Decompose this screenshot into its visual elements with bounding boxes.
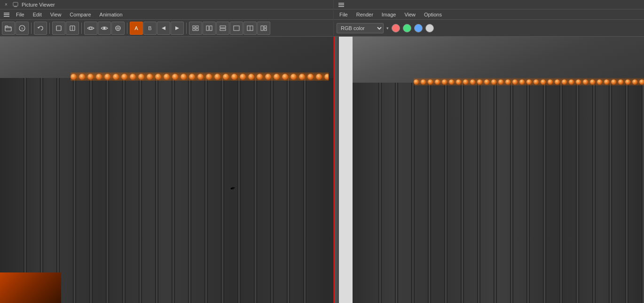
led-14	[181, 74, 187, 80]
hamburger-menu[interactable]	[2, 10, 11, 19]
led-26	[282, 74, 288, 80]
led-31	[324, 74, 329, 80]
svg-rect-22	[206, 26, 209, 31]
rgroove-9	[510, 83, 513, 303]
led-20	[231, 74, 237, 80]
svg-marker-16	[162, 26, 165, 30]
menu-animation[interactable]: Animation	[96, 11, 126, 18]
rgroove-2	[395, 83, 398, 303]
a-button[interactable]: A	[130, 22, 143, 35]
rgroove-13	[576, 83, 579, 303]
grid3-button[interactable]	[216, 22, 229, 35]
alpha-channel-button[interactable]	[425, 24, 434, 32]
close-button[interactable]: ×	[3, 1, 9, 8]
single-view-button[interactable]	[52, 22, 65, 35]
groove-1	[24, 78, 27, 303]
title-bar: × Picture Viewer	[0, 0, 333, 9]
svg-rect-20	[193, 29, 195, 31]
led-23	[257, 74, 263, 80]
svg-rect-18	[193, 26, 195, 28]
view-tools	[52, 22, 79, 35]
eye-button[interactable]	[84, 22, 97, 35]
rled-30	[618, 79, 623, 85]
led-19	[223, 74, 229, 80]
visibility-tools	[84, 22, 125, 35]
eye2-button[interactable]	[98, 22, 111, 35]
svg-rect-21	[196, 29, 198, 31]
rgroove-6	[461, 83, 464, 303]
svg-point-11	[90, 27, 92, 29]
next-button[interactable]	[171, 22, 184, 35]
svg-rect-5	[5, 27, 11, 31]
blue-channel-button[interactable]	[414, 24, 423, 32]
led-13	[172, 74, 178, 80]
rled-22	[562, 79, 567, 85]
rled-23	[569, 79, 574, 85]
grid6-button[interactable]	[257, 22, 270, 35]
red-divider-line	[334, 37, 335, 303]
rled-16	[519, 79, 525, 85]
right-image-area[interactable]	[334, 37, 644, 303]
rled-4	[435, 79, 440, 85]
right-toolbar: RGB color Red Green Blue Alpha ▾	[334, 20, 644, 37]
menu-edit[interactable]: Edit	[29, 11, 46, 18]
info-button[interactable]: ?	[16, 22, 29, 35]
right-menu-image[interactable]: Image	[378, 11, 400, 18]
rled-14	[505, 79, 510, 85]
svg-rect-32	[338, 3, 344, 4]
rled-12	[491, 79, 496, 85]
right-menu-render[interactable]: Render	[353, 11, 377, 18]
led-8	[130, 74, 136, 80]
menu-view[interactable]: View	[47, 11, 65, 18]
grid4-button[interactable]	[230, 22, 243, 35]
green-channel-button[interactable]	[403, 24, 411, 32]
right-menu-options[interactable]: Options	[420, 11, 446, 18]
groove-18	[303, 78, 306, 303]
rled-21	[555, 79, 560, 85]
red-channel-button[interactable]	[392, 24, 400, 32]
grid1-button[interactable]	[189, 22, 202, 35]
led-17	[206, 74, 212, 80]
groove-4	[73, 78, 76, 303]
rled-8	[463, 79, 468, 85]
menu-compare[interactable]: Compare	[66, 11, 94, 18]
groove-6	[106, 78, 109, 303]
groove-17	[287, 78, 290, 303]
grid5-button[interactable]	[243, 22, 257, 35]
led-15	[189, 74, 195, 80]
channel-select[interactable]: RGB color Red Green Blue Alpha	[337, 23, 384, 33]
rled-28	[604, 79, 609, 85]
right-menu-view[interactable]: View	[401, 11, 419, 18]
led-2	[79, 74, 85, 80]
right-menu-file[interactable]: File	[336, 11, 352, 18]
led-5	[104, 74, 110, 80]
eye3-button[interactable]	[111, 22, 125, 35]
b-button[interactable]: B	[143, 22, 157, 35]
rled-7	[456, 79, 461, 85]
left-toolbar: ?	[0, 20, 333, 37]
rled-2	[421, 79, 426, 85]
svg-rect-0	[13, 2, 18, 6]
undo-button[interactable]	[34, 22, 47, 35]
led-4	[96, 74, 102, 80]
svg-rect-26	[234, 26, 239, 31]
grid2-button[interactable]	[203, 22, 216, 35]
toolbar-sep-4	[127, 23, 127, 34]
left-menu-bar: File Edit View Compare Animation	[0, 9, 333, 20]
open-button[interactable]	[2, 22, 15, 35]
rled-19	[541, 79, 546, 85]
led-12	[164, 74, 170, 80]
right-hamburger[interactable]	[337, 0, 346, 9]
left-image-area[interactable]: ✒	[0, 37, 333, 303]
svg-rect-3	[4, 14, 9, 15]
led-24	[265, 74, 271, 80]
groove-9	[155, 78, 158, 303]
rled-31	[625, 79, 630, 85]
right-menu-bar: File Render Image View Options	[334, 9, 644, 20]
history-tools	[34, 22, 47, 35]
prev-button[interactable]	[157, 22, 170, 35]
split-view-button[interactable]	[66, 22, 79, 35]
groove-15	[254, 78, 257, 303]
menu-file[interactable]: File	[12, 11, 28, 18]
rled-27	[597, 79, 602, 85]
